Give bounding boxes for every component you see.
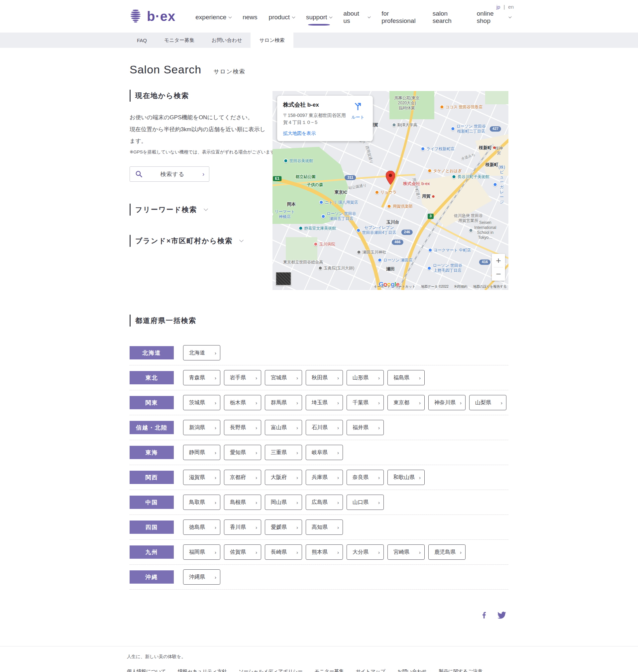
- prefecture-button-青森県[interactable]: 青森県›: [183, 370, 220, 385]
- zoom-in-button[interactable]: +: [492, 254, 505, 267]
- nav-product[interactable]: product: [269, 14, 295, 22]
- prefecture-button-高知県[interactable]: 高知県›: [306, 519, 343, 535]
- poi-icon: [356, 228, 361, 232]
- report-error-link[interactable]: 地図の誤りを報告する: [473, 285, 507, 289]
- region-button-九州[interactable]: 九州: [130, 546, 174, 559]
- terms-link[interactable]: 利用規約: [454, 285, 468, 289]
- prefecture-button-埼玉県[interactable]: 埼玉県›: [306, 395, 343, 410]
- directions-icon: [353, 102, 363, 111]
- prefecture-button-北海道[interactable]: 北海道›: [183, 345, 220, 360]
- region-button-関東[interactable]: 関東: [130, 396, 174, 409]
- prefecture-button-三重県[interactable]: 三重県›: [265, 445, 302, 460]
- map-marker-pin[interactable]: [386, 171, 395, 185]
- prefecture-button-宮崎県[interactable]: 宮崎県›: [387, 545, 425, 560]
- prefecture-button-神奈川県[interactable]: 神奈川県›: [428, 395, 466, 410]
- subnav-サロン検索[interactable]: サロン検索: [251, 33, 293, 48]
- prefecture-button-奈良県[interactable]: 奈良県›: [347, 470, 384, 485]
- freeword-section-heading[interactable]: フリーワード検索: [130, 205, 271, 214]
- prefecture-button-秋田県[interactable]: 秋田県›: [306, 370, 343, 385]
- nav-about-us[interactable]: about us: [343, 10, 370, 26]
- prefecture-button-長崎県[interactable]: 長崎県›: [265, 545, 302, 560]
- brand-city-section-heading[interactable]: ブランド×市区町村から検索: [130, 236, 271, 245]
- prefecture-button-石川県[interactable]: 石川県›: [306, 420, 343, 435]
- region-button-北海道[interactable]: 北海道: [130, 346, 174, 359]
- footer-link-個人情報について[interactable]: 個人情報について: [127, 668, 166, 672]
- prefecture-button-山口県[interactable]: 山口県›: [347, 495, 384, 510]
- nav-for-professional[interactable]: for professional: [382, 10, 421, 26]
- prefecture-button-岡山県[interactable]: 岡山県›: [265, 495, 302, 510]
- zoom-out-button[interactable]: −: [492, 268, 505, 281]
- chevron-right-icon: ›: [255, 475, 257, 480]
- footer-link-サイトマップ[interactable]: サイトマップ: [356, 668, 385, 672]
- prefecture-button-和歌山県[interactable]: 和歌山県›: [387, 470, 425, 485]
- keyboard-shortcuts-link[interactable]: キーボード ショートカット: [374, 285, 415, 289]
- nav-experience[interactable]: experience: [196, 14, 231, 22]
- prefecture-button-長野県[interactable]: 長野県›: [224, 420, 261, 435]
- footer-link-ソーシャルメディアポリシー[interactable]: ソーシャルメディアポリシー: [239, 668, 302, 672]
- nav-online-shop[interactable]: online shop: [477, 10, 511, 26]
- chevron-right-icon: ›: [297, 524, 298, 530]
- region-button-関西[interactable]: 関西: [130, 471, 174, 484]
- subnav-FAQ[interactable]: FAQ: [128, 33, 155, 48]
- prefecture-button-富山県[interactable]: 富山県›: [265, 420, 302, 435]
- subnav-モニター募集[interactable]: モニター募集: [155, 33, 203, 48]
- prefecture-button-栃木県[interactable]: 栃木県›: [224, 395, 261, 410]
- prefecture-button-群馬県[interactable]: 群馬県›: [265, 395, 302, 410]
- prefecture-button-静岡県[interactable]: 静岡県›: [183, 445, 220, 460]
- prefecture-button-岐阜県[interactable]: 岐阜県›: [306, 445, 343, 460]
- region-button-中国[interactable]: 中国: [130, 496, 174, 509]
- page-title-ja: サロン検索: [214, 68, 246, 75]
- expand-map-link[interactable]: 拡大地図を表示: [283, 131, 316, 137]
- route-button[interactable]: ルート: [348, 101, 368, 126]
- footer-link-情報セキュリティ方針[interactable]: 情報セキュリティ方針: [178, 668, 226, 672]
- prefecture-button-山梨県[interactable]: 山梨県›: [469, 395, 506, 410]
- nav-support[interactable]: support: [306, 14, 332, 22]
- region-button-沖縄[interactable]: 沖縄: [130, 570, 174, 584]
- nav-salon-search[interactable]: salon search: [433, 10, 466, 26]
- prefecture-button-香川県[interactable]: 香川県›: [224, 519, 261, 535]
- prefecture-button-熊本県[interactable]: 熊本県›: [306, 545, 343, 560]
- region-button-信越・北陸[interactable]: 信越・北陸: [130, 421, 174, 434]
- prefecture-button-兵庫県[interactable]: 兵庫県›: [306, 470, 343, 485]
- footer-link-お問い合わせ[interactable]: お問い合わせ: [398, 668, 427, 672]
- region-button-東海[interactable]: 東海: [130, 446, 174, 459]
- prefecture-button-京都府[interactable]: 京都府›: [224, 470, 261, 485]
- gps-search-button[interactable]: 検索する ›: [130, 167, 209, 182]
- prefecture-button-東京都[interactable]: 東京都›: [387, 395, 425, 410]
- prefecture-button-岩手県[interactable]: 岩手県›: [224, 370, 261, 385]
- prefecture-button-宮城県[interactable]: 宮城県›: [265, 370, 302, 385]
- chevron-right-icon: ›: [378, 475, 380, 480]
- prefecture-button-大阪府[interactable]: 大阪府›: [265, 470, 302, 485]
- prefecture-button-千葉県[interactable]: 千葉県›: [347, 395, 384, 410]
- twitter-link[interactable]: [497, 611, 506, 620]
- prefecture-button-広島県[interactable]: 広島県›: [306, 495, 343, 510]
- prefecture-button-福岡県[interactable]: 福岡県›: [183, 545, 220, 560]
- prefecture-button-島根県[interactable]: 島根県›: [224, 495, 261, 510]
- facebook-link[interactable]: [480, 611, 488, 620]
- prefecture-button-福井県[interactable]: 福井県›: [347, 420, 384, 435]
- prefecture-button-徳島県[interactable]: 徳島県›: [183, 519, 220, 535]
- prefecture-button-福島県[interactable]: 福島県›: [387, 370, 425, 385]
- prefecture-button-佐賀県[interactable]: 佐賀県›: [224, 545, 261, 560]
- nav-news[interactable]: news: [242, 14, 257, 22]
- street-view-thumbnail[interactable]: [276, 272, 291, 285]
- prefecture-button-愛媛県[interactable]: 愛媛県›: [265, 519, 302, 535]
- google-map[interactable]: 馬事公苑(東京 2020大会) 臨時休業ココス 世田谷弦巻店駒澤大学高ローソン …: [272, 91, 508, 290]
- prefecture-button-滋賀県[interactable]: 滋賀県›: [183, 470, 220, 485]
- lang-en[interactable]: en: [508, 4, 514, 10]
- prefecture-button-山形県[interactable]: 山形県›: [347, 370, 384, 385]
- footer-link-製品に関するご注意[interactable]: 製品に関するご注意: [439, 668, 483, 672]
- prefecture-button-大分県[interactable]: 大分県›: [347, 545, 384, 560]
- prefecture-button-茨城県[interactable]: 茨城県›: [183, 395, 220, 410]
- region-button-四国[interactable]: 四国: [130, 520, 174, 534]
- brand-logo[interactable]: b·ex: [127, 7, 175, 25]
- prefecture-button-沖縄県[interactable]: 沖縄県›: [183, 569, 220, 585]
- region-button-東北[interactable]: 東北: [130, 371, 174, 384]
- subnav-お問い合わせ[interactable]: お問い合わせ: [203, 33, 251, 48]
- lang-jp[interactable]: jp: [497, 4, 500, 10]
- prefecture-button-鹿児島県[interactable]: 鹿児島県›: [428, 545, 466, 560]
- prefecture-button-鳥取県[interactable]: 鳥取県›: [183, 495, 220, 510]
- prefecture-button-愛知県[interactable]: 愛知県›: [224, 445, 261, 460]
- prefecture-button-新潟県[interactable]: 新潟県›: [183, 420, 220, 435]
- footer-link-モニター募集[interactable]: モニター募集: [315, 668, 344, 672]
